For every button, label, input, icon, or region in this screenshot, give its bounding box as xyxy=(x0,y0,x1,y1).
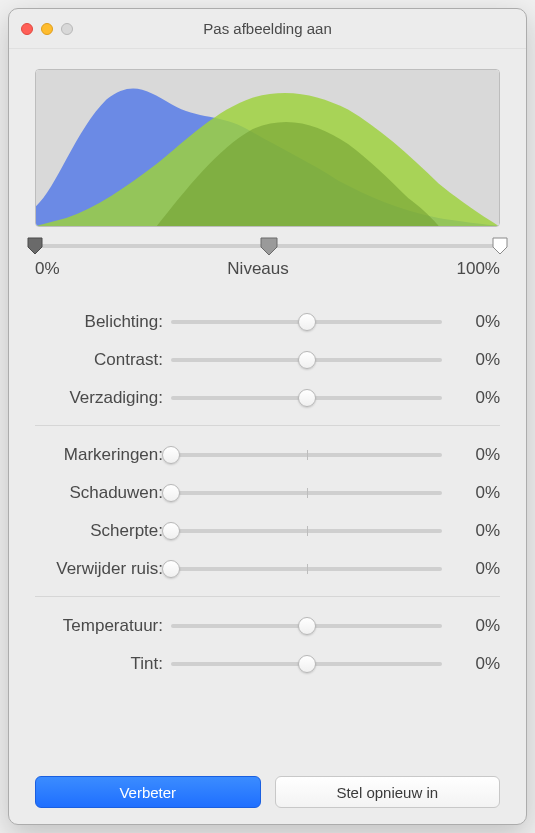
levels-slider[interactable] xyxy=(35,235,500,255)
reset-button[interactable]: Stel opnieuw in xyxy=(275,776,501,808)
contrast-label: Contrast: xyxy=(35,350,171,370)
exposure-row: Belichting:0% xyxy=(35,303,500,341)
tint-slider[interactable] xyxy=(171,654,442,674)
temperature-row: Temperatuur:0% xyxy=(35,607,500,645)
window-controls xyxy=(21,23,73,35)
sharpness-label: Scherpte: xyxy=(35,521,171,541)
histogram xyxy=(35,69,500,227)
exposure-slider-thumb[interactable] xyxy=(298,313,316,331)
tint-label: Tint: xyxy=(35,654,171,674)
sharpness-row: Scherpte:0% xyxy=(35,512,500,550)
highlights-slider-track xyxy=(171,453,442,457)
denoise-slider-thumb[interactable] xyxy=(162,560,180,578)
shadows-slider[interactable] xyxy=(171,483,442,503)
levels-white-point-handle[interactable] xyxy=(490,235,510,255)
levels-left-label: 0% xyxy=(35,259,60,279)
saturation-slider-thumb[interactable] xyxy=(298,389,316,407)
highlights-slider[interactable] xyxy=(171,445,442,465)
highlights-value: 0% xyxy=(442,445,500,465)
group-divider xyxy=(35,425,500,426)
highlights-slider-tick xyxy=(307,450,308,460)
denoise-slider[interactable] xyxy=(171,559,442,579)
highlights-slider-thumb[interactable] xyxy=(162,446,180,464)
saturation-value: 0% xyxy=(442,388,500,408)
adjust-image-window: Pas afbeelding aan xyxy=(8,8,527,825)
highlights-label: Markeringen: xyxy=(35,445,171,465)
highlights-row: Markeringen:0% xyxy=(35,436,500,474)
content-area: 0% Niveaus 100% Belichting:0%Contrast:0%… xyxy=(9,49,526,824)
saturation-label: Verzadiging: xyxy=(35,388,171,408)
saturation-row: Verzadiging:0% xyxy=(35,379,500,417)
levels-black-point-handle[interactable] xyxy=(25,235,45,255)
titlebar: Pas afbeelding aan xyxy=(9,9,526,49)
levels-right-label: 100% xyxy=(457,259,500,279)
contrast-value: 0% xyxy=(442,350,500,370)
exposure-value: 0% xyxy=(442,312,500,332)
window-title: Pas afbeelding aan xyxy=(9,20,526,37)
tint-row: Tint:0% xyxy=(35,645,500,683)
temperature-slider-thumb[interactable] xyxy=(298,617,316,635)
contrast-slider[interactable] xyxy=(171,350,442,370)
denoise-slider-track xyxy=(171,567,442,571)
denoise-value: 0% xyxy=(442,559,500,579)
contrast-slider-thumb[interactable] xyxy=(298,351,316,369)
sharpness-slider-tick xyxy=(307,526,308,536)
contrast-row: Contrast:0% xyxy=(35,341,500,379)
shadows-slider-thumb[interactable] xyxy=(162,484,180,502)
sharpness-slider-thumb[interactable] xyxy=(162,522,180,540)
footer-buttons: Verbeter Stel opnieuw in xyxy=(35,756,500,808)
sharpness-slider-track xyxy=(171,529,442,533)
shadows-row: Schaduwen:0% xyxy=(35,474,500,512)
close-window-button[interactable] xyxy=(21,23,33,35)
exposure-slider[interactable] xyxy=(171,312,442,332)
temperature-label: Temperatuur: xyxy=(35,616,171,636)
denoise-slider-tick xyxy=(307,564,308,574)
shadows-label: Schaduwen: xyxy=(35,483,171,503)
temperature-value: 0% xyxy=(442,616,500,636)
sharpness-slider[interactable] xyxy=(171,521,442,541)
shadows-slider-tick xyxy=(307,488,308,498)
levels-midpoint-handle[interactable] xyxy=(258,235,278,255)
tint-value: 0% xyxy=(442,654,500,674)
levels-center-label: Niveaus xyxy=(227,259,288,279)
levels-labels: 0% Niveaus 100% xyxy=(35,259,500,279)
sharpness-value: 0% xyxy=(442,521,500,541)
enhance-button[interactable]: Verbeter xyxy=(35,776,261,808)
shadows-slider-track xyxy=(171,491,442,495)
shadows-value: 0% xyxy=(442,483,500,503)
group-divider xyxy=(35,596,500,597)
exposure-label: Belichting: xyxy=(35,312,171,332)
tint-slider-thumb[interactable] xyxy=(298,655,316,673)
zoom-window-button[interactable] xyxy=(61,23,73,35)
minimize-window-button[interactable] xyxy=(41,23,53,35)
temperature-slider[interactable] xyxy=(171,616,442,636)
denoise-row: Verwijder ruis:0% xyxy=(35,550,500,588)
adjustment-controls: Belichting:0%Contrast:0%Verzadiging:0%Ma… xyxy=(35,303,500,683)
denoise-label: Verwijder ruis: xyxy=(35,559,171,579)
saturation-slider[interactable] xyxy=(171,388,442,408)
